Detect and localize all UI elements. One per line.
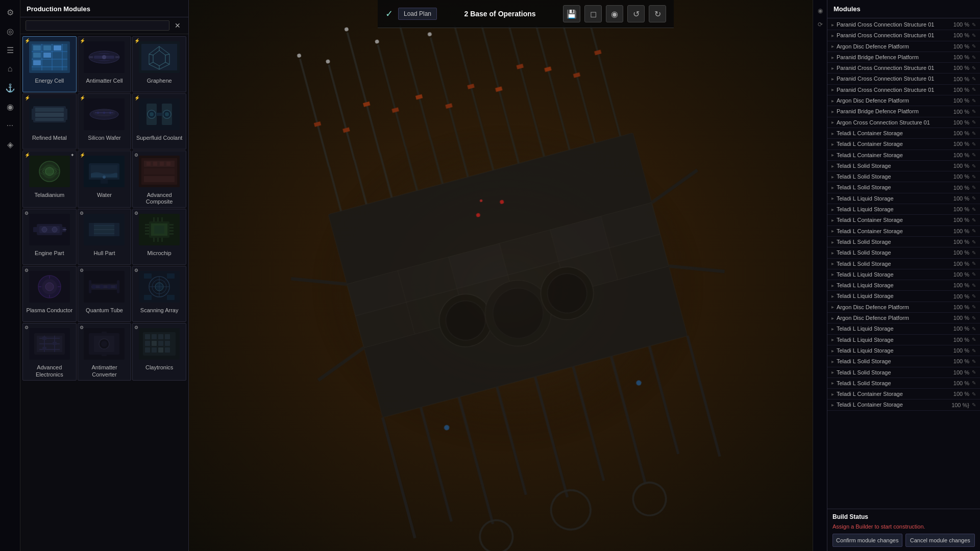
module-list-edit-icon[interactable]: ✎ [972,76,976,82]
module-list-item[interactable]: ▸Teladi L Liquid Storage100 %✎ [827,323,980,334]
module-card-microchip[interactable]: ⚙ [132,209,186,265]
undo-button[interactable]: ↺ [627,5,645,22]
module-list-edit-icon[interactable]: ✎ [972,119,976,125]
module-list-edit-icon[interactable]: ✎ [972,43,976,49]
module-list-edit-icon[interactable]: ✎ [972,152,976,158]
module-card-engine-part[interactable]: ⚙ Engine Part [22,209,77,265]
module-list-item[interactable]: ▸Teladi L Container Storage100 %✎ [827,215,980,226]
module-card-advanced-electronics[interactable]: ⚙ Advanced Electronics [22,323,77,380]
module-list-item[interactable]: ▸Teladi L Container Storage100 %}✎ [827,399,980,410]
module-list-item[interactable]: ▸Teladi L Liquid Storage100 %✎ [827,204,980,215]
module-card-advanced-composite[interactable]: ⚙ Advanced Composite [132,151,186,208]
module-list-edit-icon[interactable]: ✎ [972,55,976,60]
module-card-teladianium[interactable]: ✦ ⚡ Teladianium [22,151,77,208]
module-list-item[interactable]: ▸Paranid Cross Connection Structure 0110… [827,63,980,73]
module-list-edit-icon[interactable]: ✎ [972,239,976,245]
module-list-edit-icon[interactable]: ✎ [972,131,976,136]
module-list-item[interactable]: ▸Teladi L Container Storage100 %✎ [827,128,980,139]
eye-button[interactable]: ◉ [606,5,623,22]
module-list-item[interactable]: ▸Teladi L Liquid Storage100 %✎ [827,269,980,280]
module-list-edit-icon[interactable]: ✎ [972,271,976,277]
module-list-item[interactable]: ▸Paranid Bridge Defence Platform100 %✎ [827,106,980,117]
module-list-edit-icon[interactable]: ✎ [972,109,976,114]
module-list-item[interactable]: ▸Teladi L Liquid Storage100 %✎ [827,280,980,291]
module-list-edit-icon[interactable]: ✎ [972,337,976,342]
module-card-refined-metal[interactable]: ⚡ Refined Metal [22,93,77,149]
module-list-edit-icon[interactable]: ✎ [972,348,976,354]
sidebar-icon-list[interactable]: ☰ [2,42,18,58]
module-list-edit-icon[interactable]: ✎ [972,217,976,223]
cancel-changes-button[interactable]: Cancel module changes [905,534,975,547]
module-list-item[interactable]: ▸Teladi L Container Storage100 %✎ [827,226,980,237]
module-card-superfluid-coolant[interactable]: ⚡ Superfluid Coolant [132,93,186,149]
right-edge-icon-2[interactable]: ⟳ [815,19,826,30]
module-card-graphene[interactable]: ⚡ Graphene [132,36,186,92]
game-viewport[interactable]: ✓ Load Plan 2 Base of Operations 💾 ◻ ◉ ↺… [189,0,827,551]
sidebar-icon-anchor[interactable]: ⚓ [2,80,18,96]
module-card-claytronics[interactable]: ⚙ [132,323,186,380]
module-card-hull-part[interactable]: ⚙ Hull Part [78,209,132,265]
module-list-edit-icon[interactable]: ✎ [972,33,976,38]
sidebar-icon-map[interactable]: ◈ [2,136,18,153]
module-list-item[interactable]: ▸Teladi L Solid Storage100 %✎ [827,378,980,389]
module-list-item[interactable]: ▸Teladi L Container Storage100 %✎ [827,139,980,149]
module-list-item[interactable]: ▸Argon Disc Defence Platform100 %✎ [827,41,980,52]
module-list-edit-icon[interactable]: ✎ [972,359,976,364]
module-list-item[interactable]: ▸Teladi L Solid Storage100 %✎ [827,182,980,193]
module-list-item[interactable]: ▸Teladi L Solid Storage100 %✎ [827,356,980,367]
module-list-item[interactable]: ▸Teladi L Container Storage100 %✎ [827,150,980,161]
module-list-edit-icon[interactable]: ✎ [972,369,976,375]
module-list-item[interactable]: ▸Argon Cross Connection Structure 01100 … [827,117,980,128]
module-list-edit-icon[interactable]: ✎ [972,261,976,266]
module-list-item[interactable]: ▸Argon Disc Defence Platform100 %✎ [827,302,980,313]
module-list-edit-icon[interactable]: ✎ [972,380,976,386]
sidebar-icon-more[interactable]: ··· [2,117,18,134]
module-list-edit-icon[interactable]: ✎ [972,163,976,169]
module-list-item[interactable]: ▸Teladi L Liquid Storage100 %✎ [827,345,980,356]
module-list-item[interactable]: ▸Teladi L Liquid Storage100 %✎ [827,193,980,204]
module-list-edit-icon[interactable]: ✎ [972,283,976,288]
module-list-edit-icon[interactable]: ✎ [972,22,976,28]
module-list-edit-icon[interactable]: ✎ [972,65,976,71]
module-list-item[interactable]: ▸Teladi L Liquid Storage100 %✎ [827,291,980,302]
module-list-item[interactable]: ▸Paranid Cross Connection Structure 0110… [827,19,980,30]
module-card-silicon-wafer[interactable]: ⚡ Silicon Wafer [78,93,132,149]
station-visual[interactable] [189,26,827,551]
module-list-edit-icon[interactable]: ✎ [972,293,976,299]
module-list-edit-icon[interactable]: ✎ [972,185,976,190]
module-list-item[interactable]: ▸Paranid Bridge Defence Platform100 %✎ [827,52,980,63]
module-list-item[interactable]: ▸Teladi L Solid Storage100 %✎ [827,259,980,269]
sidebar-icon-gear[interactable]: ⚙ [2,4,18,20]
module-list-edit-icon[interactable]: ✎ [972,391,976,397]
module-card-quantum-tube[interactable]: ⚙ Quantum Tube [78,266,132,322]
search-input[interactable] [26,20,169,31]
module-list-edit-icon[interactable]: ✎ [972,98,976,104]
close-button[interactable]: ✕ [172,20,183,31]
module-list-item[interactable]: ▸Argon Disc Defence Platform100 %✎ [827,95,980,106]
module-list-edit-icon[interactable]: ✎ [972,250,976,256]
module-list-edit-icon[interactable]: ✎ [972,304,976,310]
modules-list[interactable]: ▸Paranid Cross Connection Structure 0110… [827,18,980,509]
module-list-item[interactable]: ▸Teladi L Solid Storage100 %✎ [827,161,980,171]
right-edge-icon-1[interactable]: ◉ [815,5,826,16]
confirm-changes-button[interactable]: Confirm module changes [832,534,902,547]
sidebar-icon-settings[interactable]: ◉ [2,98,18,115]
module-card-scanning-array[interactable]: ⚙ Scanning Array [132,266,186,322]
sidebar-icon-target[interactable]: ◎ [2,23,18,39]
cube-view-button[interactable]: ◻ [584,5,602,22]
module-list-edit-icon[interactable]: ✎ [972,402,976,408]
module-list-edit-icon[interactable]: ✎ [972,195,976,201]
module-list-item[interactable]: ▸Teladi L Solid Storage100 %✎ [827,237,980,247]
module-list-item[interactable]: ▸Paranid Cross Connection Structure 0110… [827,30,980,41]
module-list-item[interactable]: ▸Teladi L Solid Storage100 %✎ [827,247,980,258]
module-list-edit-icon[interactable]: ✎ [972,228,976,234]
sidebar-icon-home[interactable]: ⌂ [2,61,18,77]
module-card-water[interactable]: ⚡ Water [78,151,132,208]
module-list-edit-icon[interactable]: ✎ [972,315,976,321]
module-list-item[interactable]: ▸Paranid Cross Connection Structure 0110… [827,73,980,84]
module-card-antimatter-cell[interactable]: ⚡ Antimatter Cell [78,36,132,92]
module-list-item[interactable]: ▸Teladi L Container Storage100 %✎ [827,389,980,399]
module-list-edit-icon[interactable]: ✎ [972,87,976,92]
module-list-item[interactable]: ▸Teladi L Solid Storage100 %✎ [827,171,980,182]
save-button[interactable]: 💾 [563,5,580,22]
